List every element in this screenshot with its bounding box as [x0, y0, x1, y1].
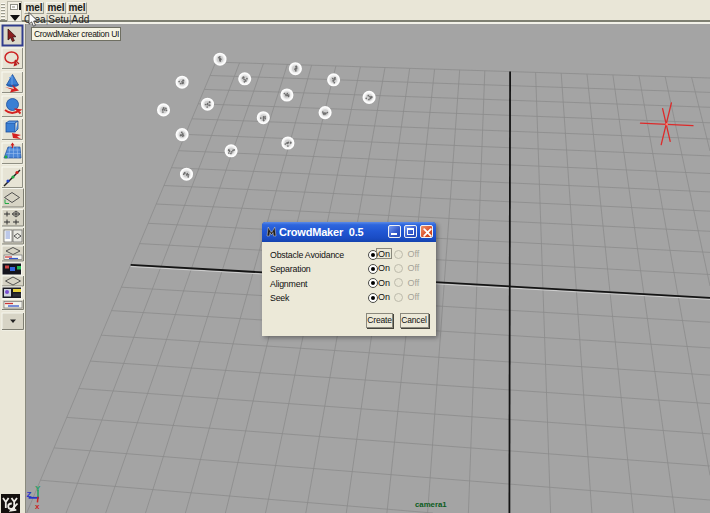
- svg-text:x: x: [35, 502, 40, 511]
- svg-text:Y: Y: [35, 484, 41, 493]
- svg-text:Z: Z: [27, 490, 32, 499]
- svg-text:camera1: camera1: [415, 500, 447, 509]
